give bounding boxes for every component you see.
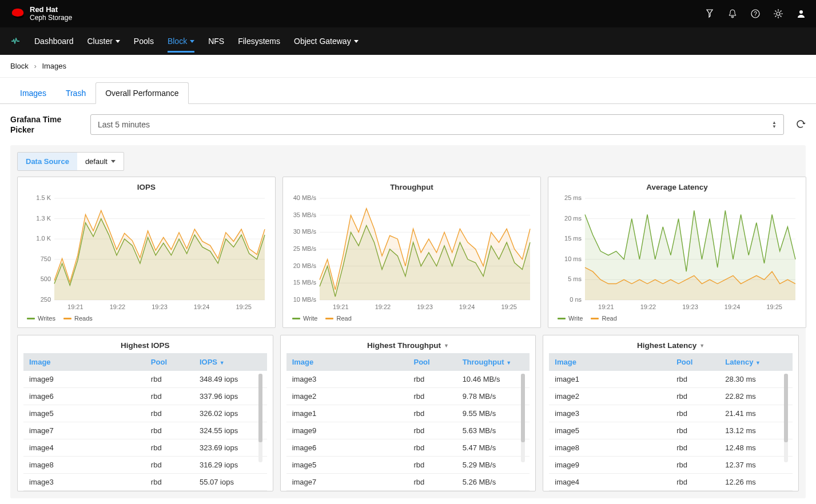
table-header[interactable]: Latency ▼	[719, 353, 793, 371]
table-cell: image8	[549, 439, 671, 457]
table-row[interactable]: image9rbd348.49 iops	[23, 371, 267, 388]
table-header[interactable]: Image	[23, 353, 145, 371]
chevron-down-icon	[190, 40, 194, 43]
tasks-icon[interactable]	[705, 9, 714, 18]
svg-text:19:25: 19:25	[766, 303, 782, 310]
nav-object-gateway[interactable]: Object Gateway	[294, 30, 359, 53]
gear-icon[interactable]	[774, 9, 783, 18]
datasource-select[interactable]: default	[77, 153, 124, 170]
svg-text:10 ms: 10 ms	[564, 255, 582, 262]
table-cell: 12.48 ms	[719, 439, 793, 457]
table-cell: rbd	[408, 457, 457, 474]
nav-nfs[interactable]: NFS	[208, 30, 224, 53]
brand-product: Ceph Storage	[30, 14, 72, 22]
table-row[interactable]: image4rbd12.26 ms	[549, 474, 793, 491]
table-cell: rbd	[671, 405, 719, 422]
svg-text:?: ?	[754, 11, 757, 17]
svg-text:40 MB/s: 40 MB/s	[293, 195, 317, 201]
table-cell: image6	[286, 439, 408, 457]
table-cell: rbd	[408, 474, 457, 491]
table-header[interactable]: Pool	[671, 353, 719, 371]
section-tabs: Images Trash Overall Performance	[0, 78, 816, 104]
table-row[interactable]: image8rbd316.29 iops	[23, 457, 267, 474]
svg-text:19:21: 19:21	[67, 303, 83, 310]
scrollbar[interactable]	[784, 374, 788, 462]
legend-item[interactable]: Write	[558, 315, 583, 322]
table-cell: image9	[23, 371, 145, 388]
svg-text:25 ms: 25 ms	[564, 195, 582, 201]
table-row[interactable]: image3rbd55.07 iops	[23, 474, 267, 491]
data-table: ImagePoolIOPS ▼image9rbd348.49 iopsimage…	[23, 353, 267, 491]
table-header[interactable]: Pool	[145, 353, 194, 371]
table-cell: image7	[286, 474, 408, 491]
table-row[interactable]: image7rbd324.55 iops	[23, 422, 267, 439]
table-row[interactable]: image5rbd5.29 MB/s	[286, 457, 530, 474]
tab-trash[interactable]: Trash	[56, 82, 95, 103]
table-row[interactable]: image8rbd12.48 ms	[549, 439, 793, 457]
help-icon[interactable]: ?	[751, 9, 760, 18]
table-header[interactable]: Image	[549, 353, 671, 371]
table-cell: image5	[286, 457, 408, 474]
table-row[interactable]: image5rbd326.02 iops	[23, 405, 267, 422]
table-panels-row: Highest IOPS ImagePoolIOPS ▼image9rbd348…	[17, 335, 799, 491]
table-row[interactable]: image9rbd12.37 ms	[549, 457, 793, 474]
table-row[interactable]: image4rbd323.69 iops	[23, 439, 267, 457]
legend-item[interactable]: Reads	[63, 315, 93, 322]
table-cell: image3	[549, 405, 671, 422]
main-nav: Dashboard Cluster Pools Block NFS Filesy…	[0, 27, 816, 55]
table-cell: rbd	[671, 474, 719, 491]
nav-block[interactable]: Block	[168, 30, 194, 53]
nav-cluster[interactable]: Cluster	[87, 30, 120, 53]
data-table: ImagePoolLatency ▼image1rbd28.30 msimage…	[549, 353, 793, 491]
breadcrumb-parent[interactable]: Block	[10, 62, 29, 70]
legend-item[interactable]: Write	[292, 315, 317, 322]
table-cell: rbd	[408, 371, 457, 388]
table-header[interactable]: IOPS ▼	[194, 353, 267, 371]
time-picker-select[interactable]: Last 5 minutes ▲▼	[90, 114, 784, 135]
table-row[interactable]: image2rbd9.78 MB/s	[286, 388, 530, 405]
table-cell: 5.26 MB/s	[457, 474, 530, 491]
refresh-button[interactable]	[795, 119, 806, 131]
panel-title[interactable]: Highest Throughput ▼	[284, 341, 532, 350]
table-row[interactable]: image7rbd5.26 MB/s	[286, 474, 530, 491]
datasource-label: Data Source	[18, 153, 77, 170]
user-icon[interactable]	[797, 9, 806, 18]
panel-title[interactable]: Highest IOPS	[21, 341, 269, 350]
table-cell: rbd	[145, 371, 194, 388]
table-row[interactable]: image6rbd5.47 MB/s	[286, 439, 530, 457]
table-row[interactable]: image6rbd337.96 iops	[23, 388, 267, 405]
panel-table: Highest Latency ▼ ImagePoolLatency ▼imag…	[543, 335, 799, 491]
legend-item[interactable]: Read	[591, 315, 616, 322]
table-cell: rbd	[671, 371, 719, 388]
legend-item[interactable]: Writes	[27, 315, 55, 322]
table-header[interactable]: Image	[286, 353, 408, 371]
chevron-down-icon	[116, 40, 120, 43]
svg-text:30 MB/s: 30 MB/s	[293, 229, 317, 235]
panel-title[interactable]: Highest Latency ▼	[547, 341, 795, 350]
legend-item[interactable]: Read	[325, 315, 351, 322]
table-row[interactable]: image2rbd22.82 ms	[549, 388, 793, 405]
notifications-icon[interactable]	[728, 9, 737, 18]
table-cell: 10.46 MB/s	[457, 371, 530, 388]
table-row[interactable]: image9rbd5.63 MB/s	[286, 422, 530, 439]
table-row[interactable]: image3rbd10.46 MB/s	[286, 371, 530, 388]
svg-point-2	[777, 12, 780, 15]
tab-overall-performance[interactable]: Overall Performance	[95, 82, 188, 104]
table-row[interactable]: image1rbd9.55 MB/s	[286, 405, 530, 422]
table-cell: image9	[549, 457, 671, 474]
scrollbar[interactable]	[258, 374, 262, 462]
tab-images[interactable]: Images	[10, 82, 56, 103]
table-cell: 5.63 MB/s	[457, 422, 530, 439]
cluster-health-icon[interactable]	[10, 30, 21, 53]
table-row[interactable]: image5rbd13.12 ms	[549, 422, 793, 439]
nav-pools[interactable]: Pools	[134, 30, 154, 53]
table-header[interactable]: Throughput ▼	[457, 353, 530, 371]
svg-point-3	[799, 10, 803, 14]
scrollbar[interactable]	[521, 374, 525, 462]
table-header[interactable]: Pool	[408, 353, 457, 371]
table-row[interactable]: image1rbd28.30 ms	[549, 371, 793, 388]
table-row[interactable]: image3rbd21.41 ms	[549, 405, 793, 422]
nav-dashboard[interactable]: Dashboard	[34, 30, 74, 53]
brand-logo: Red Hat Ceph Storage	[10, 6, 72, 21]
nav-filesystems[interactable]: Filesystems	[238, 30, 280, 53]
